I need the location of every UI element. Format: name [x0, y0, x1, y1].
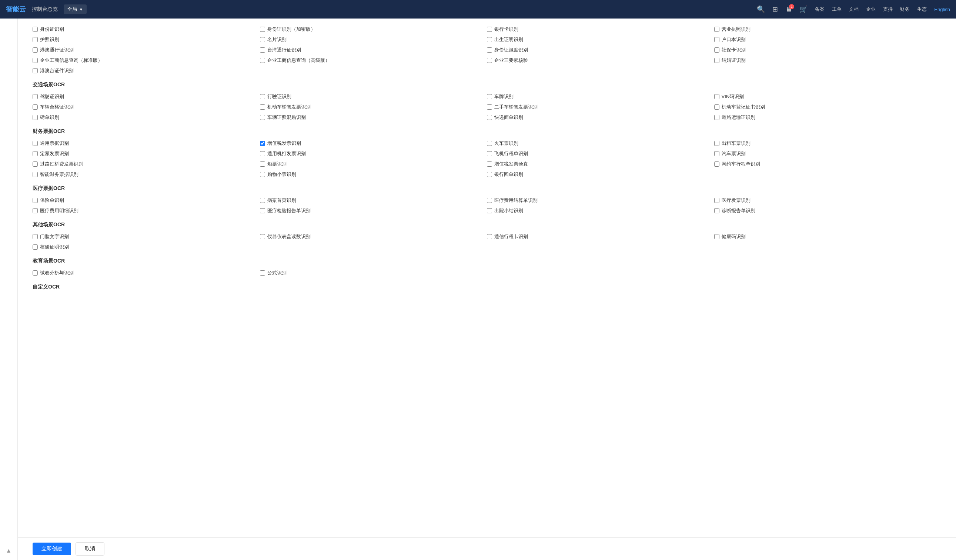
- checkbox-item-sfznt[interactable]: 身份证混贴识别: [487, 47, 714, 53]
- checkbox-mzwz[interactable]: [33, 234, 38, 239]
- checkbox-item-mps[interactable]: 名片识别: [260, 36, 487, 43]
- checkbox-clzs[interactable]: [260, 115, 265, 120]
- checkbox-item-tyfp[interactable]: 通用票据识别: [33, 140, 260, 147]
- checkbox-yyybps[interactable]: [260, 234, 265, 239]
- checkbox-item-ylfy[interactable]: 医疗费用明细识别: [33, 208, 260, 214]
- checkbox-escxs[interactable]: [487, 104, 492, 110]
- checkbox-item-zzsfpyz[interactable]: 增值税发票验真: [487, 161, 714, 167]
- checkbox-item-gat[interactable]: 港澳通行证识别: [33, 47, 260, 53]
- checkbox-shbk[interactable]: [714, 47, 719, 53]
- checkbox-cyzj[interactable]: [487, 208, 492, 213]
- checkbox-item-hkb[interactable]: 户口本识别: [714, 36, 942, 43]
- enterprise-link[interactable]: 企业: [866, 6, 876, 13]
- checkbox-item-txcxk[interactable]: 通信行程卡识别: [487, 233, 714, 240]
- checkbox-item-pd[interactable]: 磅单识别: [33, 114, 260, 121]
- checkbox-cpbs[interactable]: [487, 94, 492, 99]
- checkbox-mps[interactable]: [260, 37, 265, 42]
- checkbox-fjxcd[interactable]: [487, 151, 492, 156]
- checkbox-item-xsz[interactable]: 行驶证识别: [260, 93, 487, 100]
- checkbox-cp[interactable]: [260, 162, 265, 167]
- checkbox-jdcdj[interactable]: [714, 104, 719, 110]
- checkbox-jsz[interactable]: [33, 94, 38, 99]
- checkbox-item-sfz[interactable]: 身份证识别: [33, 26, 260, 33]
- checkbox-gatj[interactable]: [33, 68, 38, 73]
- checkbox-hsjcsm[interactable]: [33, 244, 38, 250]
- checkbox-item-qysay[interactable]: 企业三要素核验: [487, 57, 714, 64]
- checkbox-item-jhz[interactable]: 结婚证识别: [714, 57, 942, 64]
- checkbox-item-hsjcsm[interactable]: 核酸证明识别: [33, 244, 260, 250]
- beian-link[interactable]: 备案: [815, 6, 825, 13]
- checkbox-xsz[interactable]: [260, 94, 265, 99]
- checkbox-yhk[interactable]: [487, 27, 492, 32]
- checkbox-item-yhhs[interactable]: 银行回单识别: [487, 171, 714, 178]
- english-link[interactable]: English: [934, 7, 950, 12]
- checkbox-item-gatj[interactable]: 港澳台证件识别: [33, 68, 260, 74]
- checkbox-pd[interactable]: [33, 115, 38, 120]
- checkbox-ylfyjsd[interactable]: [487, 198, 492, 203]
- ecosystem-link[interactable]: 生态: [917, 6, 927, 13]
- checkbox-txcxk[interactable]: [487, 234, 492, 239]
- checkbox-hkb[interactable]: [714, 37, 719, 42]
- checkbox-item-bxd[interactable]: 保险单识别: [33, 197, 260, 204]
- checkbox-item-ylfp[interactable]: 医疗发票识别: [714, 197, 942, 204]
- checkbox-item-csz[interactable]: 出生证明识别: [487, 36, 714, 43]
- checkbox-item-sfz_enc[interactable]: 身份证识别（加密版）: [260, 26, 487, 33]
- checkbox-item-hzs[interactable]: 护照识别: [33, 36, 260, 43]
- checkbox-item-mzwz[interactable]: 门脸文字识别: [33, 233, 260, 240]
- checkbox-item-znfp[interactable]: 智能财务票据识别: [33, 171, 260, 178]
- checkbox-jhz[interactable]: [714, 58, 719, 63]
- docs-link[interactable]: 文档: [849, 6, 859, 13]
- checkbox-chgz[interactable]: [33, 104, 38, 110]
- checkbox-zzsfpyz[interactable]: [487, 162, 492, 167]
- checkbox-gwxp[interactable]: [260, 172, 265, 177]
- search-icon[interactable]: 🔍: [757, 5, 765, 13]
- checkbox-item-wycxd[interactable]: 网约车行程单识别: [714, 161, 942, 167]
- checkbox-item-defp[interactable]: 定额发票识别: [33, 150, 260, 157]
- checkbox-item-zdbgd[interactable]: 诊断报告单识别: [714, 208, 942, 214]
- checkbox-item-cp[interactable]: 船票识别: [260, 161, 487, 167]
- checkbox-item-jdcdj[interactable]: 机动车登记证书识别: [714, 104, 942, 110]
- checkbox-item-ylfyjsd[interactable]: 医疗费用结算单识别: [487, 197, 714, 204]
- checkbox-sfznt[interactable]: [487, 47, 492, 53]
- checkbox-qysay[interactable]: [487, 58, 492, 63]
- checkbox-item-yljcbgd[interactable]: 医疗检验报告单识别: [260, 208, 487, 214]
- checkbox-item-yyzz[interactable]: 营业执照识别: [714, 26, 942, 33]
- checkbox-item-jsz[interactable]: 驾驶证识别: [33, 93, 260, 100]
- checkbox-gat[interactable]: [33, 47, 38, 53]
- checkbox-qygsj[interactable]: [260, 58, 265, 63]
- checkbox-yljcbgd[interactable]: [260, 208, 265, 213]
- checkbox-item-jkm[interactable]: 健康码识别: [714, 233, 942, 240]
- checkbox-item-qcp[interactable]: 汽车票识别: [714, 150, 942, 157]
- checkbox-zzsfp[interactable]: [260, 141, 265, 146]
- monitor-icon[interactable]: 🖥 1: [785, 6, 792, 13]
- checkbox-blasy[interactable]: [260, 198, 265, 203]
- checkbox-item-dlys[interactable]: 道路运输证识别: [714, 114, 942, 121]
- checkbox-item-twt[interactable]: 台湾通行证识别: [260, 47, 487, 53]
- checkbox-glqlfp[interactable]: [33, 162, 38, 167]
- checkbox-item-gwxp[interactable]: 购物小票识别: [260, 171, 487, 178]
- checkbox-kdm[interactable]: [487, 115, 492, 120]
- checkbox-sfz_enc[interactable]: [260, 27, 265, 32]
- region-selector[interactable]: 全局 ▼: [64, 5, 86, 14]
- checkbox-defp[interactable]: [33, 151, 38, 156]
- checkbox-item-escxs[interactable]: 二手车销售发票识别: [487, 104, 714, 110]
- checkbox-item-zccp[interactable]: 出租车票识别: [714, 140, 942, 147]
- checkbox-hcp[interactable]: [487, 141, 492, 146]
- checkbox-tyfp[interactable]: [33, 141, 38, 146]
- checkbox-item-jdcxs[interactable]: 机动车销售发票识别: [260, 104, 487, 110]
- cart-icon[interactable]: 🛒: [799, 5, 808, 13]
- checkbox-gss[interactable]: [260, 271, 265, 275]
- checkbox-item-cyzj[interactable]: 出院小结识别: [487, 208, 714, 214]
- checkbox-ylfy[interactable]: [33, 208, 38, 213]
- checkbox-zdbgd[interactable]: [714, 208, 719, 213]
- checkbox-tyfjfp[interactable]: [260, 151, 265, 156]
- checkbox-item-chgz[interactable]: 车辆合格证识别: [33, 104, 260, 110]
- checkbox-item-blasy[interactable]: 病案首页识别: [260, 197, 487, 204]
- checkbox-item-tyfjfp[interactable]: 通用机打发票识别: [260, 150, 487, 157]
- checkbox-item-kdm[interactable]: 快递面单识别: [487, 114, 714, 121]
- checkbox-item-qygsb[interactable]: 企业工商信息查询（标准版）: [33, 57, 260, 64]
- checkbox-item-sjfx[interactable]: 试卷分析与识别: [33, 270, 260, 276]
- cancel-button[interactable]: 取消: [75, 542, 104, 555]
- checkbox-jdcxs[interactable]: [260, 104, 265, 110]
- checkbox-twt[interactable]: [260, 47, 265, 53]
